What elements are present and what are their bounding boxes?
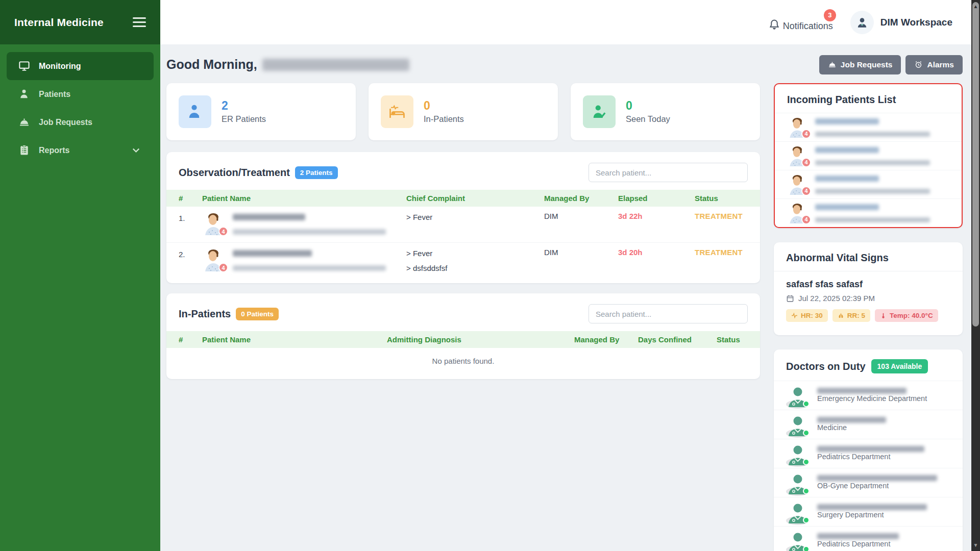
sidebar-item-reports[interactable]: Reports	[7, 136, 154, 164]
in-patients-title: In-Patients 0 Patients	[179, 308, 279, 320]
redacted-patient-details	[815, 217, 930, 222]
col-managed-by: Managed By	[574, 335, 638, 344]
cloche-icon	[18, 116, 30, 128]
in-patients-search-input[interactable]	[589, 304, 748, 323]
doctor-department: Surgery Department	[817, 511, 884, 519]
doctor-department: Pediatrics Department	[817, 540, 890, 548]
doctor-department: Pediatrics Department	[817, 453, 890, 461]
vitals-datetime-row: Jul 22, 2025 02:39 PM	[786, 294, 950, 303]
redacted-patient-name	[233, 214, 305, 220]
redacted-doctor-name	[817, 446, 924, 452]
lungs-icon	[838, 312, 844, 319]
in-patients-table-header: # Patient Name Admitting Diagnosis Manag…	[166, 331, 760, 348]
left-column: 2 ER Patients 0 In-Patients	[166, 83, 760, 551]
redacted-doctor-name	[817, 504, 927, 510]
observation-search-input[interactable]	[589, 163, 748, 182]
sidebar-item-patients[interactable]: Patients	[7, 80, 154, 108]
doctor-avatar	[786, 471, 810, 494]
stat-card-er-patients: 2 ER Patients	[166, 83, 356, 140]
greeting-row: Good Morning, Job Requests Alarms	[166, 55, 963, 74]
list-item[interactable]: 4	[775, 113, 962, 141]
patient-alert-badge: 4	[218, 263, 228, 272]
cloche-icon	[828, 60, 837, 69]
doctor-avatar	[786, 413, 810, 436]
list-item[interactable]: Medicine	[774, 410, 963, 439]
patient-alert-badge: 4	[801, 186, 811, 196]
redacted-patient-name	[815, 147, 879, 153]
list-item[interactable]: Emergency Medicine Department	[774, 381, 963, 410]
observation-treatment-panel: Observation/Treatment 2 Patients # Patie…	[166, 152, 760, 283]
er-patients-value: 2	[222, 99, 266, 112]
redacted-patient-name	[815, 118, 879, 124]
incoming-patients-card: Incoming Patients List 4	[774, 83, 963, 228]
er-patients-label: ER Patients	[222, 114, 266, 124]
topbar: Notifications 3 DIM Workspace	[160, 0, 980, 44]
scrollbar-thumb[interactable]	[972, 2, 979, 327]
seen-today-label: Seen Today	[626, 114, 670, 124]
clipboard-icon	[18, 144, 30, 156]
redacted-doctor-name	[817, 417, 886, 423]
patient-avatar: 4	[202, 248, 225, 272]
main-area: Notifications 3 DIM Workspace Good Morni…	[160, 0, 980, 551]
list-item[interactable]: 4	[775, 170, 962, 198]
redacted-patient-details	[815, 189, 930, 194]
incoming-patients-title: Incoming Patients List	[775, 84, 962, 113]
col-patient-name: Patient Name	[202, 335, 387, 344]
page-scrollbar[interactable]: ▲ ▼	[971, 0, 980, 551]
online-status-dot	[803, 488, 810, 494]
job-requests-label: Job Requests	[841, 60, 893, 69]
in-patients-count-badge: 0 Patients	[236, 308, 279, 320]
stats-row: 2 ER Patients 0 In-Patients	[166, 83, 760, 140]
alarms-label: Alarms	[927, 60, 954, 69]
scroll-up-arrow[interactable]: ▲	[971, 3, 980, 10]
abnormal-vitals-card: Abnormal Vital Signs safasf sfas safasf …	[774, 242, 963, 335]
chief-complaint: > Fever	[406, 212, 544, 223]
thermometer-icon	[880, 312, 887, 319]
workspace-menu[interactable]: DIM Workspace	[850, 11, 952, 34]
list-item[interactable]: 4	[775, 141, 962, 170]
online-status-dot	[803, 400, 810, 407]
table-row[interactable]: 1. 4 > Fever	[166, 207, 760, 243]
patient-alert-badge: 4	[801, 158, 811, 167]
patient-avatar: 4	[787, 116, 807, 139]
table-row[interactable]: 2. 4 > Fever	[166, 243, 760, 280]
page-title: Good Morning,	[166, 57, 409, 72]
elapsed-time: 3d 20h	[618, 248, 695, 257]
col-admitting-diagnosis: Admitting Diagnosis	[387, 335, 574, 344]
scroll-down-arrow[interactable]: ▼	[971, 542, 980, 549]
app-title: Internal Medicine	[14, 16, 104, 29]
abnormal-vitals-title: Abnormal Vital Signs	[774, 242, 963, 271]
col-chief-complaint: Chief Complaint	[406, 194, 544, 203]
temp-value: Temp: 40.0°C	[890, 312, 933, 319]
managed-by: DIM	[544, 212, 618, 220]
hamburger-menu-icon[interactable]	[133, 17, 146, 27]
col-number: #	[179, 194, 202, 203]
sidebar-item-label: Reports	[39, 146, 69, 155]
list-item[interactable]: Pediatrics Department	[774, 439, 963, 468]
sidebar-item-job-requests[interactable]: Job Requests	[7, 108, 154, 136]
vitals-datetime: Jul 22, 2025 02:39 PM	[798, 294, 875, 303]
redacted-patient-details	[233, 265, 386, 271]
hr-badge: HR: 30	[786, 309, 828, 322]
doctor-avatar	[786, 442, 810, 465]
sidebar: Internal Medicine Monitoring Patients Jo…	[0, 0, 160, 551]
doctor-department: Emergency Medicine Department	[817, 394, 927, 403]
job-requests-button[interactable]: Job Requests	[819, 55, 901, 74]
list-item[interactable]: OB-Gyne Department	[774, 468, 963, 497]
alarms-button[interactable]: Alarms	[905, 55, 963, 74]
stat-card-in-patients: 0 In-Patients	[369, 83, 558, 140]
sidebar-item-monitoring[interactable]: Monitoring	[7, 52, 154, 80]
calendar-icon	[786, 294, 794, 303]
bed-icon	[381, 95, 413, 128]
notifications-button[interactable]: Notifications 3	[768, 13, 833, 32]
redacted-patient-details	[815, 160, 930, 165]
notifications-count-badge: 3	[824, 9, 836, 21]
redacted-doctor-name	[817, 388, 906, 394]
list-item[interactable]: Surgery Department	[774, 497, 963, 526]
list-item[interactable]: 4	[775, 198, 962, 227]
redacted-user-name	[262, 59, 409, 71]
col-days-confined: Days Confined	[638, 335, 717, 344]
list-item[interactable]: Pediatrics Department	[774, 526, 963, 551]
er-patient-icon	[179, 95, 211, 128]
alarm-clock-icon	[914, 60, 923, 69]
